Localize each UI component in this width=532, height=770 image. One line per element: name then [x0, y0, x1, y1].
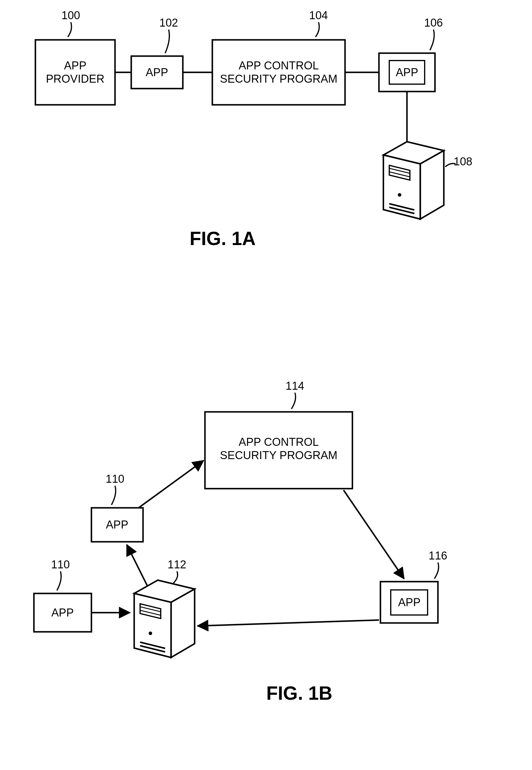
refnum-100: 100 [61, 9, 80, 22]
app-control-114-line2: SECURITY PROGRAM [220, 449, 337, 461]
app-110-upper-label: APP [106, 518, 128, 531]
refnum-110-upper: 110 [106, 473, 124, 485]
box-app-control-114: APP CONTROL SECURITY PROGRAM [205, 412, 352, 489]
leader-110-upper [111, 486, 116, 505]
leader-110-lower [57, 571, 61, 591]
box-app-control-104: APP CONTROL SECURITY PROGRAM [212, 40, 345, 105]
refnum-116: 116 [428, 549, 447, 562]
leader-102 [165, 29, 169, 53]
box-device-106: APP [379, 53, 435, 91]
device-116-label: APP [398, 596, 421, 609]
app-provider-label-line2: PROVIDER [46, 73, 104, 85]
leader-116 [434, 562, 439, 579]
box-device-116: APP [380, 582, 438, 623]
box-app-102: APP [131, 56, 183, 88]
app-control-114-line1: APP CONTROL [239, 436, 319, 448]
refnum-112: 112 [168, 558, 186, 571]
svg-rect-2 [212, 40, 345, 105]
app-102-label: APP [146, 66, 168, 78]
refnum-114: 114 [285, 380, 304, 392]
leader-100 [68, 22, 71, 37]
figure-1b: APP CONTROL SECURITY PROGRAM 114 APP 110… [34, 380, 447, 704]
app-control-104-line1: APP CONTROL [239, 59, 319, 72]
box-app-provider: APP PROVIDER [35, 40, 115, 105]
refnum-108: 108 [454, 155, 472, 168]
refnum-110-lower: 110 [51, 558, 70, 571]
leader-106 [430, 29, 434, 50]
box-app-110-upper: APP [91, 508, 143, 542]
server-108-icon [383, 142, 444, 219]
arrow-control-to-device [344, 490, 404, 579]
figure-1a-title: FIG. 1A [190, 228, 256, 249]
arrow-app-to-control [139, 461, 203, 508]
box-app-110-lower: APP [34, 594, 91, 632]
figure-1a: APP PROVIDER 100 APP 102 APP CONTROL SEC… [35, 9, 472, 249]
refnum-106: 106 [424, 17, 443, 29]
svg-point-15 [149, 632, 152, 635]
arrow-device-to-server [198, 620, 379, 626]
figure-1b-title: FIG. 1B [266, 683, 332, 704]
leader-112 [173, 571, 178, 583]
arrow-server-to-app110 [127, 545, 147, 586]
leader-114 [291, 393, 295, 409]
diagram-canvas: APP PROVIDER 100 APP 102 APP CONTROL SEC… [0, 0, 532, 770]
svg-rect-0 [35, 40, 115, 105]
svg-point-7 [398, 193, 401, 197]
server-112-icon [134, 580, 195, 658]
refnum-102: 102 [159, 17, 178, 29]
app-control-104-line2: SECURITY PROGRAM [220, 73, 337, 85]
leader-104 [316, 22, 319, 37]
device-106-label: APP [396, 66, 418, 78]
app-provider-label-line1: APP [64, 59, 86, 72]
refnum-104: 104 [309, 9, 328, 22]
app-110-lower-label: APP [51, 607, 74, 619]
